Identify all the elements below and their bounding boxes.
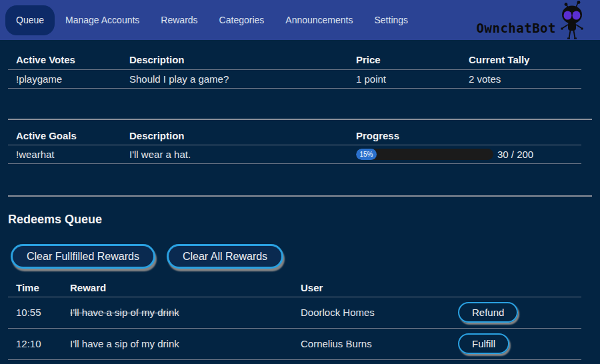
nav-tab-settings[interactable]: Settings: [363, 0, 419, 40]
goals-header-progress: Progress: [348, 120, 581, 145]
section-divider: [8, 195, 592, 197]
redeems-header-actions: [450, 279, 581, 297]
progress-bar-fill: 15%: [356, 149, 377, 160]
active-goals-header-row: Active Goals Description Progress: [8, 120, 581, 145]
redeem-time-cell: 12:10: [8, 328, 62, 359]
redeem-user-cell: Cornelius Burns: [293, 328, 450, 359]
vote-tally-cell: 2 votes: [461, 69, 581, 88]
nav-tab-queue[interactable]: Queue: [5, 5, 55, 35]
votes-header-price: Price: [348, 51, 461, 69]
table-row: 12:10 I'll have a sip of my drink Cornel…: [8, 328, 581, 359]
redeem-reward-cell: I'll have a sip of my drink: [62, 297, 293, 328]
redeems-header-user: User: [293, 279, 450, 297]
goal-command-cell: !wearhat: [8, 145, 121, 164]
vote-price-cell: 1 point: [348, 69, 461, 88]
clear-fulfilled-rewards-button[interactable]: Clear Fullfilled Rewards: [11, 244, 155, 269]
votes-header-command: Active Votes: [8, 51, 121, 69]
votes-header-tally: Current Tally: [461, 51, 581, 69]
robot-mascot-icon: [557, 1, 587, 39]
redeems-header-reward: Reward: [62, 279, 293, 297]
active-votes-table: Active Votes Description Price Current T…: [8, 51, 581, 89]
table-row: !wearhat I'll wear a hat. 15% 30 / 200: [8, 145, 581, 164]
redeems-queue-table: Time Reward User 10:55 I'll have a sip o…: [8, 279, 581, 360]
table-row: !playgame Should I play a game? 1 point …: [8, 69, 581, 88]
progress-count-label: 30 / 200: [497, 149, 533, 160]
progress-bar-track: 15%: [356, 149, 493, 160]
goal-progress-cell: 15% 30 / 200: [348, 145, 581, 164]
nav-tab-categories[interactable]: Categories: [209, 0, 275, 40]
redeems-actions-row: Clear Fullfilled Rewards Clear All Rewar…: [11, 244, 600, 269]
redeem-reward-cell: I'll have a sip of my drink: [62, 328, 293, 359]
redeem-action-cell: Refund: [450, 297, 581, 328]
redeems-header-time: Time: [8, 279, 62, 297]
goals-header-command: Active Goals: [8, 120, 121, 145]
clear-all-rewards-button[interactable]: Clear All Rewards: [167, 244, 283, 269]
vote-command-cell: !playgame: [8, 69, 121, 88]
redeem-action-cell: Fulfill: [450, 328, 581, 359]
table-row: 10:55 I'll have a sip of my drink Doorlo…: [8, 297, 581, 328]
active-goals-table: Active Goals Description Progress !wearh…: [8, 120, 581, 165]
nav-tab-rewards[interactable]: Rewards: [150, 0, 208, 40]
redeem-user-cell: Doorlock Homes: [293, 297, 450, 328]
nav-tab-announcements[interactable]: Announcements: [275, 0, 363, 40]
logo-wordmark: OwnchatBot: [477, 21, 556, 35]
votes-header-description: Description: [121, 51, 348, 69]
redeems-header-row: Time Reward User: [8, 279, 581, 297]
nav-tab-manage-accounts[interactable]: Manage Accounts: [55, 0, 150, 40]
redeems-queue-title: Redeems Queue: [8, 213, 600, 227]
app-logo: OwnchatBot: [477, 0, 587, 40]
goal-description-cell: I'll wear a hat.: [121, 145, 348, 164]
active-votes-header-row: Active Votes Description Price Current T…: [8, 51, 581, 69]
goals-header-description: Description: [121, 120, 348, 145]
top-navigation-bar: Queue Manage Accounts Rewards Categories…: [0, 0, 600, 40]
fulfill-button[interactable]: Fulfill: [458, 333, 509, 354]
redeem-time-cell: 10:55: [8, 297, 62, 328]
vote-description-cell: Should I play a game?: [121, 69, 348, 88]
refund-button[interactable]: Refund: [458, 302, 518, 323]
